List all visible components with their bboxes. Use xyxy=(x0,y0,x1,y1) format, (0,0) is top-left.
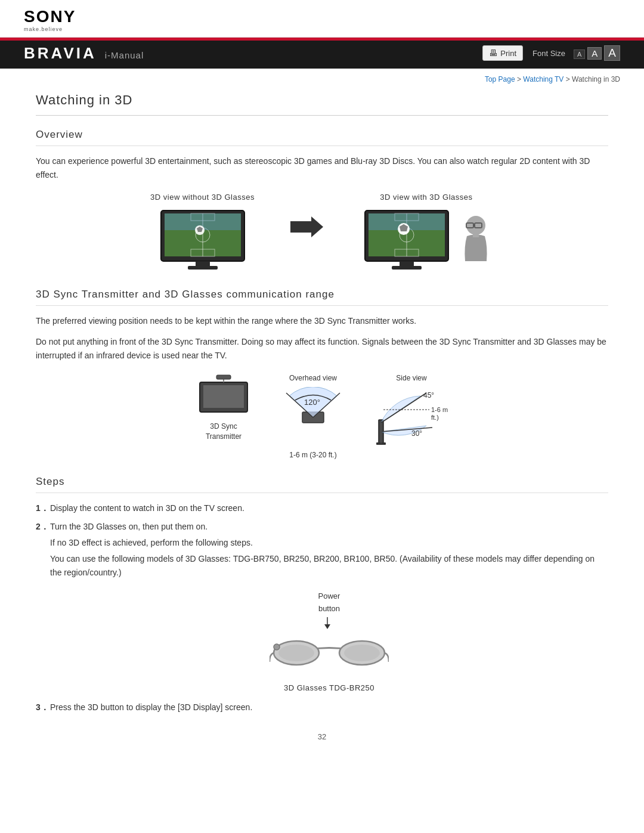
glasses-diagram: Power button xyxy=(50,590,608,695)
breadcrumb-sep2: > xyxy=(564,75,572,83)
view-comparison: 3D view without 3D Glasses xyxy=(36,193,608,273)
distance-label1: 1-6 m (3-20 ft.) xyxy=(289,450,336,460)
print-icon: 🖶 xyxy=(489,48,497,58)
step-2-sub1: If no 3D effect is achieved, perform the… xyxy=(50,536,608,550)
view-without-label: 3D view without 3D Glasses xyxy=(150,193,255,202)
svg-text:30°: 30° xyxy=(411,429,422,438)
sync-transmitter-svg xyxy=(194,373,253,418)
svg-point-49 xyxy=(344,645,380,661)
step-1-num: 1． xyxy=(36,501,49,515)
overview-section: Overview You can experience powerful 3D … xyxy=(36,129,608,273)
breadcrumb-top-page[interactable]: Top Page xyxy=(485,75,515,83)
svg-line-36 xyxy=(381,393,426,423)
svg-text:120°: 120° xyxy=(304,398,320,407)
svg-rect-25 xyxy=(473,234,479,237)
sync-heading: 3D Sync Transmitter and 3D Glasses commu… xyxy=(36,289,608,306)
step-2-sub1-text: If no 3D effect is achieved, perform the… xyxy=(50,538,253,547)
svg-rect-20 xyxy=(392,266,422,270)
font-size-controls: A A A xyxy=(574,45,620,61)
font-size-label: Font Size xyxy=(532,49,565,58)
sync-transmitter-label: 3D Sync Transmitter xyxy=(206,422,242,442)
steps-heading: Steps xyxy=(36,476,608,493)
overhead-diagram-svg: 120° xyxy=(271,387,355,447)
sony-logo: SONY make.believe xyxy=(24,7,620,32)
svg-rect-9 xyxy=(188,266,218,270)
sync-section: 3D Sync Transmitter and 3D Glasses commu… xyxy=(36,289,608,460)
step-2-num: 2． xyxy=(36,520,49,534)
glasses-svg xyxy=(270,629,389,677)
arrow-icon xyxy=(290,216,323,237)
print-button[interactable]: 🖶 Print xyxy=(482,45,523,61)
top-bar: SONY make.believe xyxy=(0,0,644,38)
sync-text1: The preferred viewing position needs to … xyxy=(36,314,608,328)
person-with-glasses-svg xyxy=(458,213,494,273)
tv-svg-left xyxy=(155,208,250,273)
bravia-logo: BRAVIA i-Manual xyxy=(24,44,144,63)
sync-transmitter-item: 3D Sync Transmitter xyxy=(194,373,253,442)
svg-rect-19 xyxy=(400,261,414,266)
svg-point-47 xyxy=(278,645,314,661)
arrow-container xyxy=(290,193,323,237)
sync-diagram-area: 3D Sync Transmitter Overhead view 120° xyxy=(36,373,608,460)
sony-tagline: make.believe xyxy=(24,26,63,32)
imanual-label: i-Manual xyxy=(105,50,144,60)
step-2-text: Turn the 3D Glasses on, then put them on… xyxy=(50,522,208,531)
glasses-model-label: 3D Glasses TDG-BR250 xyxy=(284,682,374,694)
svg-point-50 xyxy=(274,644,280,650)
breadcrumb-bar: Top Page > Watching TV > Watching in 3D xyxy=(0,69,644,86)
header-controls: 🖶 Print Font Size A A A xyxy=(482,45,620,61)
view-with-glasses: 3D view with 3D Glasses xyxy=(359,193,494,273)
print-label: Print xyxy=(500,49,516,58)
step-3: 3． Press the 3D button to display the [3… xyxy=(36,701,608,714)
page-num-text: 32 xyxy=(318,732,326,741)
header-nav: BRAVIA i-Manual 🖶 Print Font Size A A A xyxy=(0,38,644,69)
overhead-label: Overhead view xyxy=(289,373,337,383)
bravia-brand: BRAVIA xyxy=(24,44,97,63)
side-label: Side view xyxy=(396,373,426,383)
step-2-sub2-text: You can use the following models of 3D G… xyxy=(50,554,595,577)
breadcrumb: Top Page > Watching TV > Watching in 3D xyxy=(485,75,620,83)
overhead-view-item: Overhead view 120° 1-6 m (3-20 ft.) xyxy=(271,373,355,460)
svg-marker-10 xyxy=(290,216,323,237)
step-1-text: Display the content to watch in 3D on th… xyxy=(50,503,244,513)
overview-heading: Overview xyxy=(36,129,608,146)
svg-rect-27 xyxy=(203,385,244,408)
side-diagram-svg: 45° 30° 1-6 m (3-20 ft.) xyxy=(373,387,450,453)
page-number: 32 xyxy=(36,732,608,741)
step-3-num: 3． xyxy=(36,701,49,714)
svg-text:1-6 m (3-20: 1-6 m (3-20 xyxy=(431,406,450,413)
page-title: Watching in 3D xyxy=(36,92,608,116)
steps-list: 1． Display the content to watch in 3D on… xyxy=(36,501,608,714)
font-size-small-button[interactable]: A xyxy=(574,49,585,59)
font-size-large-button[interactable]: A xyxy=(604,45,620,61)
view-with-label: 3D view with 3D Glasses xyxy=(380,193,472,202)
svg-rect-8 xyxy=(196,261,210,266)
svg-marker-45 xyxy=(324,624,330,629)
overview-text: You can experience powerful 3D entertain… xyxy=(36,154,608,182)
step-2: 2． Turn the 3D Glasses on, then put them… xyxy=(36,520,608,695)
tv-without-glasses-image xyxy=(155,208,250,273)
side-view-item: Side view 45° 30° xyxy=(373,373,450,453)
svg-text:ft.): ft.) xyxy=(431,414,439,421)
view-without-glasses: 3D view without 3D Glasses xyxy=(150,193,255,273)
tv-with-glasses-image xyxy=(359,208,494,273)
step-3-text: Press the 3D button to display the [3D D… xyxy=(50,702,252,712)
main-content: Watching in 3D Overview You can experien… xyxy=(0,86,644,765)
tv-svg-right xyxy=(359,208,454,273)
sony-brand: SONY xyxy=(24,7,76,26)
arrow-down-icon xyxy=(318,617,336,629)
svg-rect-29 xyxy=(216,375,231,379)
breadcrumb-watching-tv[interactable]: Watching TV xyxy=(523,75,564,83)
step-1: 1． Display the content to watch in 3D on… xyxy=(36,501,608,515)
breadcrumb-sep1: > xyxy=(515,75,524,83)
svg-text:45°: 45° xyxy=(423,391,434,400)
step-2-sub2: You can use the following models of 3D G… xyxy=(50,552,608,580)
sync-text2: Do not put anything in front of the 3D S… xyxy=(36,335,608,363)
breadcrumb-current: Watching in 3D xyxy=(572,75,620,83)
steps-section: Steps 1． Display the content to watch in… xyxy=(36,476,608,714)
font-size-medium-button[interactable]: A xyxy=(587,47,602,60)
power-button-label: Power button xyxy=(318,590,340,615)
svg-point-21 xyxy=(466,216,485,235)
